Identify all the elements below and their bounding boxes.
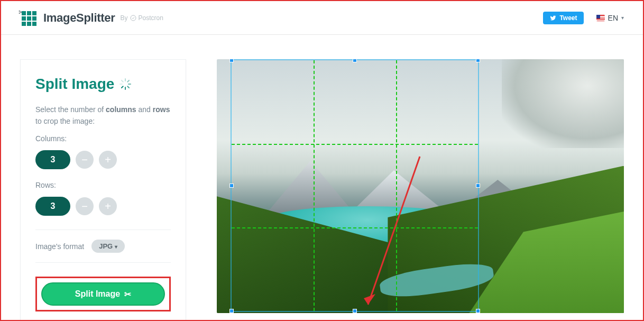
columns-label: Columns: bbox=[35, 134, 171, 143]
instructions-text: Select the number of columns and rows to… bbox=[35, 104, 171, 127]
format-label: Image's format bbox=[35, 242, 84, 251]
panel-title: Split Image bbox=[35, 76, 171, 93]
rows-minus-button[interactable]: − bbox=[76, 197, 94, 215]
crop-handle[interactable] bbox=[229, 309, 234, 313]
format-row: Image's format JPG▾ bbox=[35, 240, 171, 253]
rows-label: Rows: bbox=[35, 181, 171, 189]
format-select[interactable]: JPG▾ bbox=[91, 240, 125, 253]
header: ✂ ImageSplitter By Postcron Tweet EN ▾ bbox=[1, 1, 643, 35]
rows-plus-button[interactable]: + bbox=[99, 197, 117, 215]
crop-handle[interactable] bbox=[353, 309, 357, 313]
crop-handle[interactable] bbox=[229, 184, 234, 188]
preview-image[interactable] bbox=[217, 59, 624, 313]
split-image-button[interactable]: Split Image ✂ bbox=[41, 282, 165, 306]
language-selector[interactable]: EN ▾ bbox=[596, 14, 624, 22]
divider bbox=[35, 230, 171, 230]
us-flag-icon bbox=[596, 15, 605, 21]
crop-handle[interactable] bbox=[353, 59, 357, 62]
columns-plus-button[interactable]: + bbox=[99, 151, 117, 169]
divider bbox=[35, 262, 171, 263]
by-postcron-label[interactable]: By Postcron bbox=[120, 14, 163, 22]
loading-spinner-icon bbox=[119, 78, 131, 90]
crop-handle[interactable] bbox=[476, 59, 480, 62]
split-button-highlight: Split Image ✂ bbox=[35, 277, 171, 311]
crop-handle[interactable] bbox=[476, 309, 480, 313]
columns-value: 3 bbox=[35, 150, 70, 169]
image-preview bbox=[217, 59, 624, 313]
columns-minus-button[interactable]: − bbox=[76, 151, 94, 169]
rows-stepper: 3 − + bbox=[35, 197, 171, 216]
rows-value: 3 bbox=[35, 197, 70, 216]
crop-handle[interactable] bbox=[229, 59, 234, 62]
chevron-down-icon: ▾ bbox=[621, 15, 624, 21]
twitter-icon bbox=[549, 15, 557, 21]
controls-panel: Split Image Select the number of columns… bbox=[20, 59, 186, 321]
crop-handle[interactable] bbox=[476, 184, 480, 188]
postcron-check-icon bbox=[130, 15, 136, 21]
brand-logo[interactable]: ✂ ImageSplitter bbox=[20, 9, 115, 27]
svg-point-0 bbox=[131, 15, 136, 21]
main-content: Split Image Select the number of columns… bbox=[1, 35, 643, 321]
logo-mark-icon: ✂ bbox=[20, 9, 38, 27]
scissor-icon: ✂ bbox=[124, 289, 131, 299]
tweet-button[interactable]: Tweet bbox=[543, 12, 583, 24]
columns-stepper: 3 − + bbox=[35, 150, 171, 169]
crop-selection[interactable] bbox=[231, 59, 479, 312]
brand-name: ImageSplitter bbox=[43, 11, 115, 25]
chevron-down-icon: ▾ bbox=[115, 244, 117, 250]
